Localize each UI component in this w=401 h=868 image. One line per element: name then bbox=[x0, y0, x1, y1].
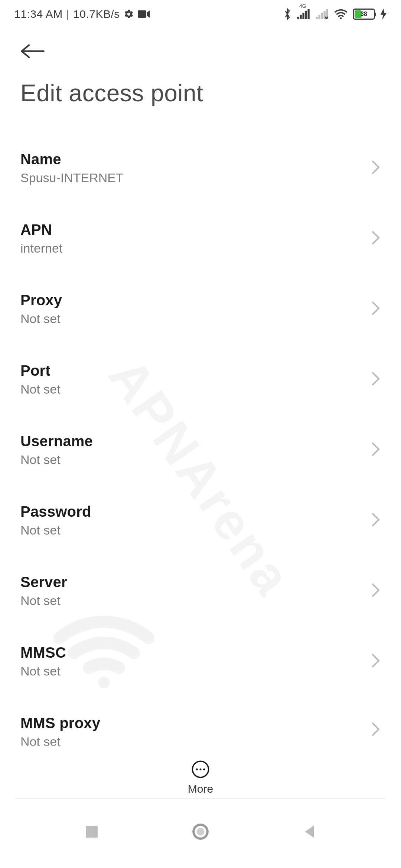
setting-value: Not set bbox=[20, 312, 62, 326]
setting-value: Not set bbox=[20, 523, 91, 537]
status-time: 11:34 AM bbox=[14, 8, 63, 20]
setting-row-mms-proxy[interactable]: MMS proxy Not set bbox=[0, 697, 401, 763]
setting-value: Not set bbox=[20, 594, 67, 608]
svg-rect-2 bbox=[297, 17, 299, 19]
more-label: More bbox=[188, 783, 213, 795]
setting-value: Not set bbox=[20, 664, 66, 678]
status-bar: 11:34 AM | 10.7KB/s 4G 38 bbox=[0, 0, 401, 24]
battery-icon: 38 bbox=[353, 9, 375, 20]
more-button[interactable]: More bbox=[0, 757, 401, 795]
setting-label: Username bbox=[20, 433, 93, 450]
setting-row-mmsc[interactable]: MMSC Not set bbox=[0, 626, 401, 697]
page-title: Edit access point bbox=[0, 65, 401, 133]
circle-icon bbox=[191, 822, 210, 841]
svg-rect-4 bbox=[303, 13, 304, 20]
setting-value: Spusu-INTERNET bbox=[20, 171, 124, 185]
setting-label: Server bbox=[20, 574, 67, 591]
setting-row-name[interactable]: Name Spusu-INTERNET bbox=[0, 133, 401, 203]
charging-icon bbox=[380, 9, 387, 20]
chevron-right-icon bbox=[371, 653, 381, 670]
triangle-left-icon bbox=[302, 824, 317, 839]
svg-point-20 bbox=[197, 828, 205, 836]
chevron-right-icon bbox=[371, 160, 381, 176]
setting-row-password[interactable]: Password Not set bbox=[0, 485, 401, 556]
setting-row-proxy[interactable]: Proxy Not set bbox=[0, 274, 401, 344]
svg-rect-9 bbox=[321, 13, 323, 20]
system-nav-bar bbox=[0, 799, 401, 868]
setting-label: Name bbox=[20, 151, 124, 168]
setting-label: APN bbox=[20, 221, 62, 238]
chevron-right-icon bbox=[371, 583, 381, 599]
chevron-right-icon bbox=[371, 512, 381, 529]
setting-value: Not set bbox=[20, 453, 93, 467]
svg-rect-10 bbox=[324, 11, 326, 19]
setting-label: MMS proxy bbox=[20, 715, 100, 731]
setting-label: Password bbox=[20, 503, 91, 520]
chevron-right-icon bbox=[371, 371, 381, 388]
gear-icon bbox=[124, 9, 134, 19]
svg-point-12 bbox=[340, 17, 342, 19]
nav-home-button[interactable] bbox=[189, 821, 212, 843]
square-icon bbox=[84, 824, 99, 839]
svg-rect-6 bbox=[308, 9, 310, 19]
camera-icon bbox=[138, 9, 150, 19]
arrow-left-icon bbox=[20, 43, 45, 59]
svg-point-15 bbox=[196, 768, 198, 770]
svg-rect-18 bbox=[86, 826, 98, 838]
setting-label: Port bbox=[20, 362, 61, 379]
svg-rect-5 bbox=[305, 11, 307, 19]
status-separator: | bbox=[66, 8, 69, 20]
setting-value: Not set bbox=[20, 382, 61, 397]
more-icon bbox=[191, 760, 210, 780]
setting-label: MMSC bbox=[20, 644, 66, 661]
setting-row-port[interactable]: Port Not set bbox=[0, 344, 401, 415]
setting-row-server[interactable]: Server Not set bbox=[0, 556, 401, 626]
svg-point-17 bbox=[203, 768, 205, 770]
svg-rect-7 bbox=[316, 17, 318, 19]
setting-row-apn[interactable]: APN internet bbox=[0, 203, 401, 274]
chevron-right-icon bbox=[371, 301, 381, 317]
svg-rect-3 bbox=[300, 15, 302, 19]
setting-value: Not set bbox=[20, 734, 100, 746]
status-network-speed: 10.7KB/s bbox=[73, 8, 120, 20]
back-button[interactable] bbox=[20, 43, 45, 61]
settings-list: Name Spusu-INTERNET APN internet Proxy N… bbox=[0, 133, 401, 763]
chevron-right-icon bbox=[371, 230, 381, 247]
setting-row-username[interactable]: Username Not set bbox=[0, 415, 401, 485]
setting-label: Proxy bbox=[20, 292, 62, 309]
svg-rect-1 bbox=[138, 10, 146, 18]
nav-recent-button[interactable] bbox=[81, 821, 103, 843]
signal-4g-icon: 4G bbox=[297, 9, 310, 19]
chevron-right-icon bbox=[371, 442, 381, 458]
bluetooth-icon bbox=[283, 8, 292, 20]
svg-point-16 bbox=[199, 768, 201, 770]
setting-value: internet bbox=[20, 241, 62, 256]
nav-back-button[interactable] bbox=[298, 821, 320, 843]
wifi-icon bbox=[334, 9, 348, 20]
signal-nosim-icon bbox=[316, 9, 329, 19]
svg-rect-8 bbox=[319, 15, 320, 19]
chevron-right-icon bbox=[371, 722, 381, 738]
